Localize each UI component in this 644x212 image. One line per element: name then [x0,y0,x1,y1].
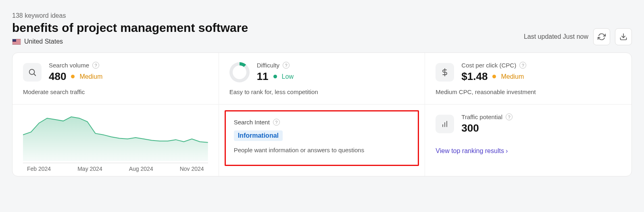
metrics-panel: Search volume ? 480 Medium Moderate sear… [12,52,632,176]
difficulty-description: Easy to rank for, less competition [229,88,415,95]
chart-x-axis: Feb 2024 May 2024 Aug 2024 Nov 2024 [23,163,208,172]
search-icon [23,63,42,82]
country-label: United States [24,38,63,45]
dollar-icon [436,63,454,82]
help-icon[interactable]: ? [506,113,513,120]
view-top-results-link[interactable]: View top ranking results › [436,147,508,155]
view-top-results-label: View top ranking results [436,147,504,155]
trend-chart-cell: Feb 2024 May 2024 Aug 2024 Nov 2024 [13,105,219,176]
refresh-button[interactable] [593,28,610,45]
chart-x-label: May 2024 [77,166,102,172]
search-intent-cell: Search Intent ? Informational People wan… [219,105,425,176]
dot-orange-icon [492,75,496,78]
page-title: benefits of project management software [12,21,248,35]
difficulty-label: Difficulty [257,62,279,69]
search-intent-label: Search Intent [234,119,270,126]
help-icon[interactable]: ? [273,119,280,126]
help-icon[interactable]: ? [519,62,526,69]
traffic-potential-value: 300 [461,122,479,134]
bar-chart-icon [436,115,454,133]
cpc-description: Medium CPC, reasonable investment [436,88,621,95]
cpc-badge: Medium [501,73,524,80]
country-row: United States [12,38,248,45]
traffic-potential-label: Traffic potential [461,113,502,120]
chart-x-label: Nov 2024 [180,166,204,172]
chevron-right-icon: › [506,147,508,155]
keyword-ideas-count: 138 keyword ideas [12,12,248,19]
search-volume-value: 480 [49,70,66,83]
cpc-label: Cost per click (CPC) [461,62,516,69]
help-icon[interactable]: ? [283,62,290,69]
search-volume-label: Search volume [49,62,89,69]
difficulty-value: 11 [257,70,269,83]
search-volume-cell: Search volume ? 480 Medium Moderate sear… [13,53,219,105]
search-volume-badge: Medium [79,73,102,80]
difficulty-cell: Difficulty ? 11 Low Easy to rank for, le… [219,53,425,105]
refresh-icon [598,33,606,41]
trend-chart [23,113,208,161]
difficulty-badge: Low [282,73,294,80]
help-icon[interactable]: ? [92,62,99,69]
download-button[interactable] [615,28,632,45]
svg-point-1 [29,69,35,75]
chart-x-label: Aug 2024 [129,166,153,172]
header-right: Last updated Just now [524,28,632,45]
chart-x-label: Feb 2024 [27,166,51,172]
dot-orange-icon [71,75,75,78]
search-intent-value: Informational [234,130,283,141]
difficulty-donut-icon [229,62,250,82]
search-volume-description: Moderate search traffic [23,88,208,95]
last-updated: Last updated Just now [524,33,588,40]
svg-line-2 [34,74,35,76]
cpc-cell: Cost per click (CPC) ? $1.48 Medium Medi… [425,53,631,105]
search-intent-highlight: Search Intent ? Informational People wan… [225,110,419,166]
download-icon [619,33,627,41]
flag-us-icon [12,39,21,45]
traffic-potential-cell: Traffic potential ? 300 View top ranking… [425,105,631,176]
header-left: 138 keyword ideas benefits of project ma… [12,12,248,45]
search-intent-description: People want information or answers to qu… [234,147,410,153]
cpc-value: $1.48 [461,70,488,83]
page-header: 138 keyword ideas benefits of project ma… [12,12,632,45]
dot-green-icon [273,75,277,78]
